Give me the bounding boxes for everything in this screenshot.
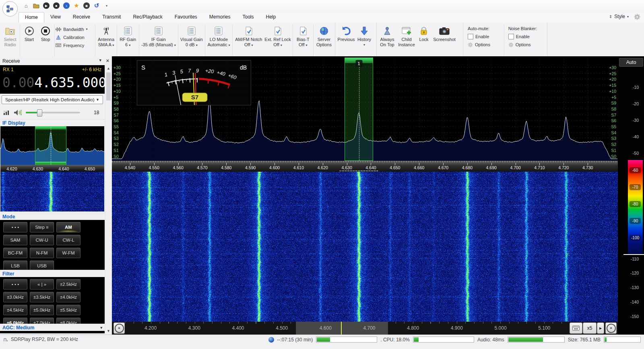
screenshot-button[interactable]: Screenshot: [431, 24, 458, 50]
frequency-nav-bar[interactable]: « 4.2004.3004.4004.5004.6004.7004.8004.9…: [112, 322, 618, 335]
antenna-button[interactable]: (( )) Antenna SMA A ▾: [96, 24, 116, 50]
filter-button-2-5khz[interactable]: ±2.5kHz: [56, 279, 80, 289]
colorbar-threshold-line[interactable]: [623, 254, 644, 255]
scrollbar-thumb[interactable]: [106, 72, 111, 101]
mode-header[interactable]: Mode▲: [0, 213, 112, 220]
audio-device-select[interactable]: Speaker/HP (Realtek High Definition Audi…: [2, 95, 103, 104]
tab-view[interactable]: View: [44, 12, 67, 22]
spectrum-display[interactable]: 1 +30+25+20+15+10+5S9S8S7S6S5S4S3S2S1S0+…: [112, 57, 618, 161]
open-folder-icon[interactable]: [33, 2, 40, 9]
nav-zoom-more-button[interactable]: ▶: [597, 322, 604, 334]
if-frequency-axis[interactable]: 4.6204.6304.6404.650: [0, 165, 104, 172]
style-selector[interactable]: ⇕ Style ▾: [609, 14, 629, 19]
if-filter-selection[interactable]: [35, 126, 66, 165]
panel-pin-icon[interactable]: ▼: [99, 58, 102, 64]
waterfall[interactable]: UTC 16:52 :58: [112, 172, 618, 322]
speaker-icon[interactable]: [14, 109, 22, 116]
volume-slider[interactable]: [26, 112, 80, 113]
filter-button-5-5khz[interactable]: ±5.5kHz: [56, 305, 80, 315]
if-waterfall[interactable]: [0, 172, 104, 211]
panel-close-icon[interactable]: ✕: [106, 58, 109, 64]
am-fm-notch-button[interactable]: AM/FM Notch Off ▾: [233, 24, 264, 50]
mode-button-n-fm[interactable]: N-FM: [30, 248, 54, 258]
calibration-button[interactable]: Calibration: [56, 34, 94, 41]
tab-rec-playback[interactable]: Rec/Playback: [127, 12, 168, 22]
mode-button-am[interactable]: AM: [56, 222, 80, 232]
scroll-down-icon[interactable]: ▼: [105, 328, 111, 334]
tab-transmit[interactable]: Transmit: [96, 12, 127, 22]
mode-button-step[interactable]: Step ≡: [30, 222, 54, 232]
quickbar-more-icon[interactable]: ▾: [103, 2, 110, 9]
left-panel-scrollbar[interactable]: ▲ ▼: [105, 65, 111, 334]
if-display-header[interactable]: IF Display▲: [0, 119, 112, 126]
screenshot-small-icon[interactable]: ◉: [83, 2, 90, 9]
nav-zoom-button[interactable]: x5: [583, 322, 597, 334]
child-instance-button[interactable]: Child Instance: [396, 24, 417, 50]
tab-memories[interactable]: Memories: [203, 12, 237, 22]
waterfall-colorbar[interactable]: -60-70-80-90-100: [628, 160, 643, 254]
automute-options-button[interactable]: Options: [468, 41, 500, 48]
settings-gear-icon[interactable]: [634, 13, 641, 21]
home-icon[interactable]: ⌂: [23, 2, 30, 9]
agc-header[interactable]: AGC: Medium▾: [0, 324, 112, 331]
rx-selection[interactable]: 1: [345, 57, 374, 161]
undo-icon[interactable]: ↺: [93, 2, 100, 9]
lo-mode-button[interactable]: LO Mode Automatic ▾: [206, 24, 232, 50]
previous-frequency-button[interactable]: Previous: [336, 24, 356, 50]
frequency-button[interactable]: Frequency: [56, 42, 94, 49]
lock-button[interactable]: Lock: [417, 24, 431, 50]
filter-header[interactable]: Filter▲: [0, 270, 112, 277]
ext-ref-lock-button[interactable]: Ext. Ref Lock Off ▾: [264, 24, 291, 50]
play-icon[interactable]: ▶: [43, 2, 50, 9]
add-icon[interactable]: ＋: [63, 2, 70, 9]
mode-button-cw-u[interactable]: CW-U: [30, 235, 54, 245]
auto-range-button[interactable]: Auto: [619, 58, 643, 67]
mode-button-sam[interactable]: SAM: [3, 235, 27, 245]
filter-button-btn[interactable]: « | »: [30, 279, 54, 289]
tab-help[interactable]: Help: [260, 12, 282, 22]
filter-button-3-5khz[interactable]: ±3.5kHz: [30, 292, 54, 302]
rx-marker-badge[interactable]: 1: [355, 60, 362, 67]
record-icon[interactable]: ■: [53, 2, 60, 9]
start-button[interactable]: Start: [21, 24, 37, 50]
mode-button-w-fm[interactable]: W-FM: [56, 248, 80, 258]
nav-right-button[interactable]: »: [605, 322, 617, 334]
favourite-star-icon[interactable]: ★: [73, 2, 80, 9]
tab-receive[interactable]: Receive: [67, 12, 96, 22]
nav-keyboard-button[interactable]: [570, 322, 582, 334]
scroll-up-icon[interactable]: ▲: [105, 65, 111, 71]
bias-t-button[interactable]: Bias-T Off ▾: [294, 24, 312, 50]
filter-button-4-5khz[interactable]: ±4.5kHz: [3, 305, 27, 315]
server-options-button[interactable]: Server Options: [314, 24, 334, 50]
bandwidth-button[interactable]: Bandwidth▾: [56, 26, 94, 33]
filter-button-3-0khz[interactable]: ±3.0kHz: [3, 292, 27, 302]
noise-blanker-options-button[interactable]: Options: [508, 41, 543, 48]
app-menu-button[interactable]: [2, 1, 18, 16]
if-spectrum[interactable]: [0, 126, 104, 165]
stop-button[interactable]: Stop: [37, 24, 54, 50]
equalizer-icon[interactable]: [3, 110, 10, 115]
volume-thumb[interactable]: [37, 109, 42, 117]
nav-scale[interactable]: 4.2004.3004.4004.5004.6004.7004.8004.900…: [125, 322, 568, 335]
noise-blanker-enable-checkbox[interactable]: Enable: [508, 33, 543, 40]
tab-home[interactable]: Home: [19, 12, 44, 23]
history-button[interactable]: History ▾: [356, 24, 373, 50]
if-gain-button[interactable]: IF Gain -35 dB (Manual) ▾: [140, 24, 177, 50]
rf-gain-button[interactable]: RF Gain 6 ▾: [118, 24, 138, 50]
tab-favourites[interactable]: Favourites: [169, 12, 203, 22]
frequency-display[interactable]: RX 1 +/- 6 kHz 0.004.635.000: [0, 65, 105, 94]
select-radio-button[interactable]: Select Radio: [1, 24, 19, 50]
mode-button-cw-l[interactable]: CW-L: [56, 235, 80, 245]
mode-button-bc-fm[interactable]: BC-FM: [3, 248, 27, 258]
nav-left-button[interactable]: «: [114, 322, 125, 334]
tuned-frequency[interactable]: 0.004.635.000: [2, 75, 106, 90]
filter-button-btn[interactable]: • • •: [3, 279, 27, 289]
filter-button-4-0khz[interactable]: ±4.0kHz: [56, 292, 80, 302]
dropdown-caret-icon[interactable]: ▾: [100, 326, 102, 330]
spectrum-frequency-axis[interactable]: 4.5404.5504.5604.5704.5804.5904.6004.610…: [112, 161, 618, 172]
automute-enable-checkbox[interactable]: Enable: [468, 33, 500, 40]
visual-gain-button[interactable]: Visual Gain 0 dB ▾: [179, 24, 204, 50]
tab-tools[interactable]: Tools: [237, 12, 260, 22]
always-on-top-button[interactable]: Always On Top: [378, 24, 396, 50]
filter-button-5-0khz[interactable]: ±5.0kHz: [30, 305, 54, 315]
